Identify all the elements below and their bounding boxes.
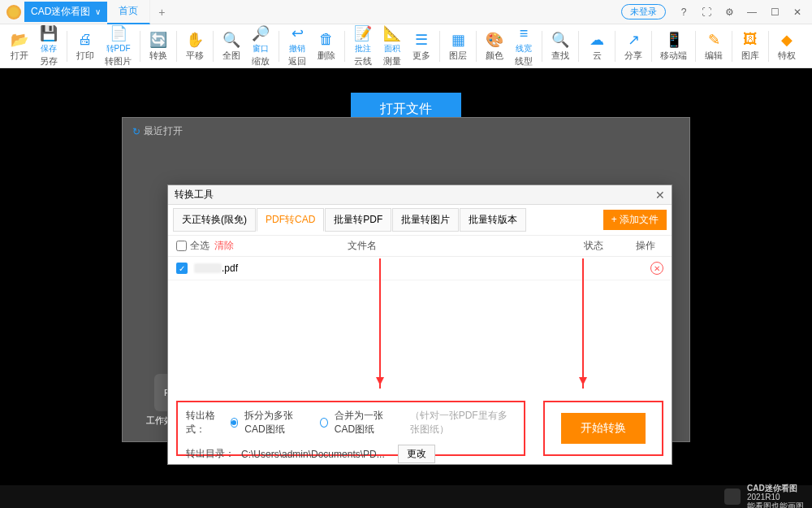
dialog-tab[interactable]: 批量转版本 <box>460 208 526 232</box>
tool-label: 云 <box>593 50 602 62</box>
tool-label: 缩放 <box>252 55 270 67</box>
tool-云线[interactable]: 📝批注云线 <box>348 23 378 69</box>
tool-label: 返回 <box>288 55 306 67</box>
tool-label: 移动端 <box>660 50 687 62</box>
radio-split-label: 拆分为多张CAD图纸 <box>244 409 313 436</box>
help-icon[interactable]: ? <box>672 4 695 20</box>
tool-平移[interactable]: ✋平移 <box>180 29 209 63</box>
select-all-checkbox[interactable] <box>176 241 187 251</box>
tool-更多[interactable]: ☰更多 <box>407 29 436 63</box>
col-status: 状态 <box>584 239 603 253</box>
tool-label: 更多 <box>412 50 430 62</box>
dialog-tabs: 天正转换(限免)PDF转CAD批量转PDF批量转图片批量转版本+ 添加文件 <box>168 205 672 236</box>
tool-缩放[interactable]: 🔎窗口缩放 <box>246 23 275 69</box>
tool-icon: 📂 <box>11 31 28 49</box>
app-title[interactable]: CAD迷你看图 ∨ <box>24 2 107 22</box>
out-format-label: 转出格式： <box>186 409 224 436</box>
dialog-tab[interactable]: PDF转CAD <box>257 208 324 232</box>
tool-icon: 📱 <box>665 31 683 49</box>
tool-查找[interactable]: 🔍查找 <box>546 29 575 63</box>
tab-add-button[interactable]: + <box>150 1 173 24</box>
file-row[interactable]: ✓ .pdf ✕ <box>168 257 672 280</box>
tool-icon: ≡ <box>515 24 533 42</box>
tool-icon: 🔄 <box>149 31 167 49</box>
dialog-tab[interactable]: 天正转换(限免) <box>173 208 256 232</box>
tool-转图片[interactable]: 📄转PDF转图片 <box>100 23 136 69</box>
radio-merge[interactable] <box>320 418 328 428</box>
annotation-arrow-icon <box>582 258 584 389</box>
tool-label: 线型 <box>515 55 533 67</box>
convert-dialog: 转换工具 ✕ 天正转换(限免)PDF转CAD批量转PDF批量转图片批量转版本+ … <box>167 185 672 465</box>
tool-分享[interactable]: ↗分享 <box>619 29 648 63</box>
recent-row[interactable]: ↻ 最近打开 <box>132 124 183 138</box>
tool-全图[interactable]: 🔍全图 <box>217 29 246 63</box>
chevron-down-icon: ∨ <box>95 7 101 16</box>
tab-home[interactable]: 首页 <box>107 0 150 24</box>
radio-merge-label: 合并为一张CAD图纸 <box>335 409 404 436</box>
recent-label: 最近打开 <box>144 124 183 138</box>
dialog-titlebar: 转换工具 ✕ <box>168 185 672 205</box>
file-checkbox[interactable]: ✓ <box>176 263 188 274</box>
tool-icon: ▦ <box>449 31 467 49</box>
add-file-button[interactable]: + 添加文件 <box>603 210 667 230</box>
tool-特权[interactable]: ◆特权 <box>772 29 801 63</box>
dialog-close-button[interactable]: ✕ <box>655 189 665 202</box>
change-dir-button[interactable]: 更改 <box>398 445 435 463</box>
output-settings-box: 转出格式： 拆分为多张CAD图纸 合并为一张CAD图纸 （针对一张PDF里有多张… <box>176 401 525 456</box>
tool-云[interactable]: ☁云 <box>582 29 611 63</box>
tool-label: 图库 <box>741 50 759 62</box>
tool-删除[interactable]: 🗑删除 <box>312 29 341 63</box>
tool-打开[interactable]: 📂打开 <box>5 29 34 63</box>
format-hint: （针对一张PDF里有多张图纸） <box>410 409 516 436</box>
col-filename: 文件名 <box>348 239 377 253</box>
list-header: 全选 清除 文件名 状态 操作 <box>168 236 672 257</box>
app-logo-icon <box>6 5 21 20</box>
tool-icon: 📐 <box>383 24 401 42</box>
tool-icon: ☁ <box>588 31 606 49</box>
tool-label: 云线 <box>354 55 372 67</box>
tool-颜色[interactable]: 🎨颜色 <box>480 29 509 63</box>
tool-icon: 🎨 <box>486 31 503 49</box>
app-name-label: CAD迷你看图 <box>31 5 90 19</box>
remove-file-button[interactable]: ✕ <box>650 262 663 275</box>
tool-icon: 🖼 <box>741 31 759 49</box>
file-ext-label: .pdf <box>222 263 238 274</box>
start-convert-button[interactable]: 开始转换 <box>561 413 646 444</box>
tool-图层[interactable]: ▦图层 <box>443 29 473 63</box>
radio-split[interactable] <box>231 418 239 428</box>
canvas: 打开文件 ↻ 最近打开 PDF工作效率倍增智能识别图框图框自动识别PDF一键轻松… <box>0 68 812 485</box>
tool-移动端[interactable]: 📱移动端 <box>655 29 692 63</box>
close-button[interactable]: ✕ <box>786 4 809 20</box>
dialog-tab[interactable]: 批量转PDF <box>325 208 391 232</box>
tool-label: 另存 <box>40 55 58 67</box>
tool-label: 分享 <box>624 50 642 62</box>
login-button[interactable]: 未登录 <box>621 4 666 20</box>
maximize-button[interactable]: ☐ <box>763 4 786 20</box>
tool-label: 图层 <box>449 50 467 62</box>
tool-另存[interactable]: 💾保存另存 <box>34 23 63 69</box>
tool-线型[interactable]: ≡线宽线型 <box>509 23 538 69</box>
status-text: CAD迷你看图 2021R10 能看图也能画图 <box>747 484 804 509</box>
tool-转换[interactable]: 🔄转换 <box>144 29 173 63</box>
tool-icon: ↩ <box>288 24 306 42</box>
convert-box: 开始转换 <box>543 401 663 456</box>
tool-返回[interactable]: ↩撤销返回 <box>283 23 312 69</box>
minimize-button[interactable]: — <box>741 4 763 20</box>
fullscreen-icon[interactable]: ⛶ <box>695 4 718 20</box>
tool-测量[interactable]: 📐面积测量 <box>378 23 407 69</box>
filename-blurred <box>194 263 222 273</box>
tool-label: 编辑 <box>705 50 723 62</box>
tool-icon: ↗ <box>624 31 642 49</box>
tool-icon: 🖨 <box>76 31 94 49</box>
settings-icon[interactable]: ⚙ <box>718 4 741 20</box>
tool-打印[interactable]: 🖨打印 <box>71 29 100 63</box>
tool-icon: ✎ <box>705 31 723 49</box>
tool-图库[interactable]: 🖼图库 <box>736 29 765 63</box>
dialog-tab[interactable]: 批量转图片 <box>392 208 459 232</box>
toolbar: 📂打开💾保存另存🖨打印📄转PDF转图片🔄转换✋平移🔍全图🔎窗口缩放↩撤销返回🗑删… <box>0 24 812 68</box>
tool-编辑[interactable]: ✎编辑 <box>699 29 728 63</box>
clear-button[interactable]: 清除 <box>214 239 234 253</box>
tool-icon: 💾 <box>40 24 58 42</box>
titlebar: CAD迷你看图 ∨ 首页 + 未登录 ? ⛶ ⚙ — ☐ ✕ <box>0 0 812 24</box>
tool-label: 转换 <box>149 50 167 62</box>
